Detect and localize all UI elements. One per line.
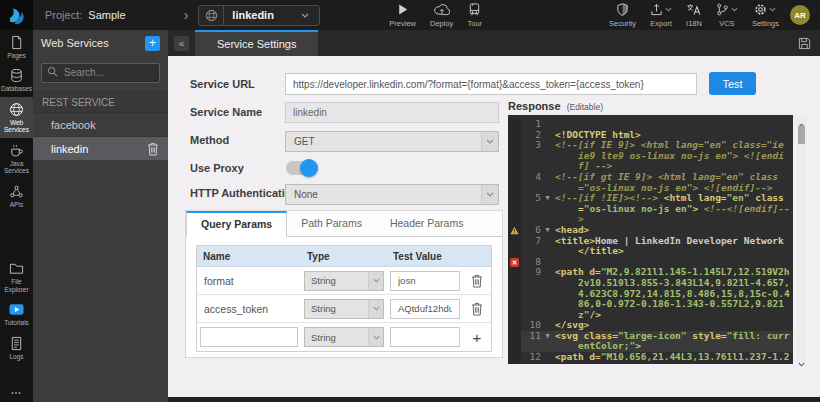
param-type-value: String (305, 303, 368, 314)
add-service-button[interactable]: + (145, 36, 160, 51)
settings-button[interactable]: Settings (745, 1, 786, 29)
toggle-knob (300, 159, 318, 177)
i18n-button[interactable]: I18N (679, 1, 709, 29)
test-button[interactable]: Test (709, 72, 756, 95)
preview-button[interactable]: Preview (382, 1, 423, 29)
sidebar-item-file-explorer[interactable]: File Explorer (0, 256, 33, 297)
service-item-label: linkedin (51, 143, 88, 155)
service-item-facebook[interactable]: facebook (33, 113, 168, 137)
gutter-annotation (508, 352, 521, 364)
delete-service-button[interactable] (147, 142, 160, 156)
http-authentication-select[interactable]: None (285, 184, 499, 205)
delete-param-button[interactable] (471, 301, 484, 316)
trash-icon (147, 142, 160, 156)
gutter-annotation (508, 320, 521, 331)
param-test-value-input[interactable] (390, 271, 460, 291)
sidebar-item-label: APIs (10, 201, 24, 208)
fold-arrow-icon[interactable]: ▼ (543, 331, 552, 352)
code-text[interactable]: <path d="M10.656,21.44L3,13.761l1.237-1.… (552, 352, 793, 364)
save-button[interactable] (798, 37, 811, 50)
user-avatar[interactable]: AR (790, 5, 810, 25)
service-name-input[interactable] (285, 102, 499, 123)
method-select[interactable]: GET (285, 131, 499, 152)
line-number: 11 (521, 331, 543, 352)
code-text[interactable]: <!--[if IE 9]> <html lang="en" class="ie… (552, 140, 793, 172)
sidebar-item-pages[interactable]: Pages (0, 30, 33, 63)
code-text[interactable]: <path d="M2,9.821l1.145-1.145L7,12.519V2… (552, 267, 793, 320)
vcs-button[interactable]: VCS (709, 1, 745, 29)
panel-header: Web Services + (33, 30, 168, 56)
caret-down-icon (665, 7, 672, 12)
editor-scrollbar[interactable] (797, 116, 806, 363)
add-param-button[interactable]: + (473, 330, 482, 345)
service-search (41, 62, 160, 83)
param-name-input[interactable] (200, 327, 298, 347)
sidebar-item-logs[interactable]: Logs (0, 331, 33, 364)
code-text[interactable]: <!--[if !IE]><!--> <html lang="en" class… (552, 193, 793, 225)
sidebar-item-tutorials[interactable]: Tutorials (0, 297, 33, 330)
toolbar-button-label: Security (609, 19, 636, 28)
export-button[interactable]: Export (643, 1, 679, 29)
code-text[interactable]: <title>Home | LinkedIn Developer Network… (552, 236, 793, 257)
deploy-button[interactable]: Deploy (423, 1, 460, 29)
scrollbar-track[interactable] (797, 124, 806, 355)
fold-arrow-icon[interactable]: ▼ (543, 193, 552, 225)
apis-icon (9, 184, 24, 199)
tab-header-params[interactable]: Header Params (376, 211, 478, 236)
line-number: 4 (521, 172, 543, 193)
fold-gutter (543, 172, 552, 193)
response-title: Response (508, 100, 561, 112)
sidebar-item-java-services[interactable]: Java Services (0, 138, 33, 179)
service-item-linkedin[interactable]: linkedin (33, 137, 168, 161)
use-proxy-label: Use Proxy (190, 162, 244, 174)
gutter-annotation (508, 140, 521, 172)
response-header: Response (Editable) (508, 100, 603, 112)
sidebar-item-apis[interactable]: APIs (0, 179, 33, 212)
sidebar-item-databases[interactable]: Databases (0, 63, 33, 96)
service-url-input[interactable] (285, 73, 697, 95)
sidebar-item-web-services[interactable]: Web Services (0, 97, 33, 138)
caret-down-icon (769, 7, 776, 12)
http-authentication-label: HTTP Authentication (190, 187, 298, 199)
fold-arrow-icon[interactable]: ▼ (543, 225, 552, 236)
column-header-type: Type (301, 251, 387, 262)
tour-icon (468, 3, 481, 16)
app-window: Project: Sample › linkedin PreviewDeploy… (0, 0, 820, 402)
deploy-icon (434, 3, 450, 16)
scrollbar-thumb[interactable] (798, 126, 805, 144)
tour-button[interactable]: Tour (460, 1, 489, 29)
tab-service-settings[interactable]: Service Settings (195, 30, 318, 56)
export-icon (650, 3, 663, 16)
code-line: 5▼<!--[if !IE]><!--> <html lang="en" cla… (508, 193, 793, 225)
scroll-up-icon[interactable] (798, 116, 805, 124)
settings-icon (754, 3, 767, 16)
use-proxy-toggle[interactable] (286, 161, 316, 175)
param-type-select[interactable]: String (304, 271, 384, 291)
rest-service-section-label: REST SERVICE (33, 91, 168, 113)
param-type-select[interactable]: String (304, 299, 384, 319)
code-text[interactable]: <!--[if gt IE 9]> <html lang="en" class=… (552, 172, 793, 193)
code-text[interactable]: <svg class="large-icon" style="fill: cur… (552, 331, 793, 352)
tab-query-params[interactable]: Query Params (186, 211, 287, 237)
scroll-down-icon[interactable] (798, 355, 805, 363)
delete-param-button[interactable] (471, 273, 484, 288)
collapse-panel-button[interactable]: « (174, 36, 189, 51)
response-code-editor[interactable]: 12<!DOCTYPE html>3<!--[if IE 9]> <html l… (508, 115, 793, 364)
trash-icon (471, 302, 484, 316)
app-logo[interactable] (0, 0, 33, 30)
rail-overflow-button[interactable]: ••• (0, 383, 33, 402)
preview-icon (396, 3, 409, 16)
tab-path-params[interactable]: Path Params (287, 211, 376, 236)
security-button[interactable]: Security (602, 1, 643, 29)
service-selector-dropdown[interactable]: linkedin (198, 5, 320, 26)
param-test-value-input[interactable] (390, 327, 460, 347)
param-type-value: String (305, 275, 368, 286)
param-type-select[interactable]: String (304, 327, 384, 347)
search-input[interactable] (41, 63, 160, 83)
code-line: 7<title>Home | LinkedIn Developer Networ… (508, 236, 793, 257)
param-name: format (200, 275, 298, 287)
response-editable-badge: (Editable) (567, 102, 603, 112)
param-test-value-input[interactable] (390, 299, 460, 319)
fold-gutter (543, 320, 552, 331)
search-icon (47, 66, 58, 77)
